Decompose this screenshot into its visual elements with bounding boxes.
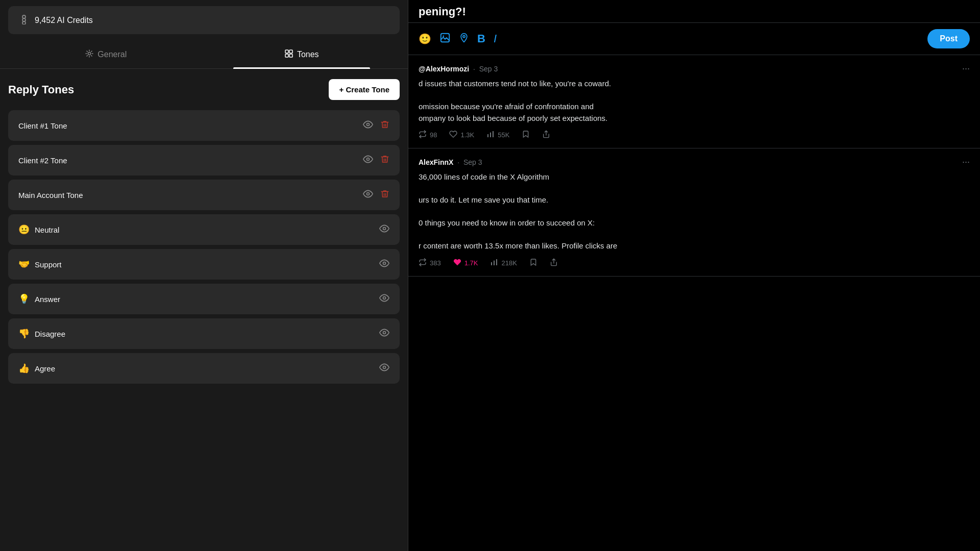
post-button[interactable]: Post <box>927 29 970 48</box>
share-stat-2[interactable] <box>550 258 558 268</box>
tone-emoji-neutral: 😐 <box>18 224 30 235</box>
views-stat-1[interactable]: 55K <box>486 130 509 140</box>
tone-label-client2: Client #2 Tone <box>18 156 67 165</box>
tweet-card-1: @AlexHormozi · Sep 3 ··· d issues that c… <box>408 55 980 148</box>
tone-emoji-support: 🤝 <box>18 259 30 270</box>
svg-rect-23 <box>491 262 492 265</box>
svg-point-10 <box>367 193 370 195</box>
tone-label-answer: Answer <box>35 295 60 304</box>
tone-emoji-answer: 💡 <box>18 293 30 305</box>
tone-item-main-account[interactable]: Main Account Tone <box>8 180 400 210</box>
tweet-stats-1: 98 1.3K 55K <box>419 130 970 140</box>
create-tone-button[interactable]: + Create Tone <box>329 79 400 100</box>
tab-general-label: General <box>97 50 127 59</box>
tone-item-support[interactable]: 🤝 Support <box>8 249 400 280</box>
retweet-stat-2[interactable]: 383 <box>419 258 441 268</box>
views-stat-2[interactable]: 218K <box>490 258 517 268</box>
bookmark-icon-2 <box>529 258 537 268</box>
emoji-icon[interactable]: 🙂 <box>419 33 431 45</box>
share-icon-1 <box>542 130 550 140</box>
composer-toolbar: 🙂 B I Post <box>408 23 980 55</box>
tweet-stats-2: 383 1.7K 218K <box>419 258 970 268</box>
left-panel: 9,452 AI Credits General Tones <box>0 0 408 551</box>
svg-point-1 <box>22 18 26 21</box>
svg-rect-21 <box>493 131 494 137</box>
bold-icon[interactable]: B <box>477 32 485 45</box>
right-panel: pening?! 🙂 B I Post @AlexHor <box>408 0 980 551</box>
tweet-more-icon-2[interactable]: ··· <box>962 157 970 167</box>
location-icon[interactable] <box>459 33 469 45</box>
svg-rect-25 <box>496 259 497 265</box>
view-tone-main-account-icon[interactable] <box>363 189 373 201</box>
tone-label-support: Support <box>35 260 62 269</box>
bookmark-stat-1[interactable] <box>522 130 530 140</box>
like-stat-2[interactable]: 1.7K <box>453 258 478 268</box>
view-tone-disagree-icon[interactable] <box>379 328 389 340</box>
tones-icon <box>285 49 293 59</box>
content-area: Reply Tones + Create Tone Client #1 Tone <box>0 69 408 551</box>
tweet-header-2: AlexFinnX · Sep 3 ··· <box>419 157 970 167</box>
svg-rect-20 <box>490 133 491 137</box>
svg-point-0 <box>22 15 26 18</box>
view-tone-support-icon[interactable] <box>379 258 389 270</box>
tab-general[interactable]: General <box>8 40 204 68</box>
bookmark-icon-1 <box>522 130 530 140</box>
media-icon[interactable] <box>439 32 451 46</box>
svg-point-2 <box>22 21 26 24</box>
svg-point-9 <box>367 158 370 161</box>
tone-label-disagree: Disagree <box>35 330 65 338</box>
retweet-stat-1[interactable]: 98 <box>419 130 437 140</box>
share-icon-2 <box>550 258 558 268</box>
tone-item-disagree[interactable]: 👎 Disagree <box>8 318 400 349</box>
tone-label-main-account: Main Account Tone <box>18 191 83 199</box>
retweet-icon-2 <box>419 258 427 268</box>
italic-icon[interactable]: I <box>494 32 497 45</box>
credits-amount: 9,452 AI Credits <box>35 16 93 25</box>
svg-point-15 <box>383 366 386 369</box>
svg-point-17 <box>443 35 444 37</box>
tweet-author-2: AlexFinnX · Sep 3 <box>419 158 482 166</box>
tweet-author-1: @AlexHormozi · Sep 3 <box>419 65 498 73</box>
svg-rect-6 <box>285 54 288 57</box>
delete-tone-main-account-icon[interactable] <box>380 189 389 201</box>
like-stat-1[interactable]: 1.3K <box>449 130 474 140</box>
tweet-feed: @AlexHormozi · Sep 3 ··· d issues that c… <box>408 55 980 551</box>
chart-icon-2 <box>490 258 498 268</box>
view-tone-agree-icon[interactable] <box>379 362 389 374</box>
svg-point-3 <box>88 53 91 55</box>
svg-point-14 <box>383 332 386 334</box>
tweet-body-1: d issues that customers tend not to like… <box>419 78 970 124</box>
tone-item-client1[interactable]: Client #1 Tone <box>8 110 400 141</box>
tweet-card-2: AlexFinnX · Sep 3 ··· 36,000 lines of co… <box>408 148 980 277</box>
tone-item-client2[interactable]: Client #2 Tone <box>8 145 400 176</box>
svg-point-18 <box>463 35 465 37</box>
delete-tone-client2-icon[interactable] <box>380 155 389 166</box>
view-tone-client1-icon[interactable] <box>363 119 373 132</box>
tweet-more-icon-1[interactable]: ··· <box>962 63 970 74</box>
tone-item-neutral[interactable]: 😐 Neutral <box>8 214 400 245</box>
svg-rect-4 <box>285 50 288 53</box>
tone-item-agree[interactable]: 👍 Agree <box>8 353 400 384</box>
view-tone-answer-icon[interactable] <box>379 293 389 305</box>
heart-icon-1 <box>449 130 457 140</box>
share-stat-1[interactable] <box>542 130 550 140</box>
tweet-body-2: 36,000 lines of code in the X Algorithm … <box>419 171 970 252</box>
credits-icon <box>18 13 30 27</box>
chart-icon-1 <box>486 130 495 140</box>
view-tone-neutral-icon[interactable] <box>379 223 389 236</box>
tone-item-answer[interactable]: 💡 Answer <box>8 284 400 314</box>
tone-emoji-agree: 👍 <box>18 363 30 374</box>
tweet-header-1: @AlexHormozi · Sep 3 ··· <box>419 63 970 74</box>
heart-icon-2 <box>453 258 461 268</box>
svg-rect-19 <box>487 134 488 137</box>
tone-list: Client #1 Tone Client #2 Tone <box>8 110 400 384</box>
svg-point-11 <box>383 228 386 230</box>
retweet-icon-1 <box>419 130 427 140</box>
tab-tones[interactable]: Tones <box>204 40 400 68</box>
bookmark-stat-2[interactable] <box>529 258 537 268</box>
reply-tones-header: Reply Tones + Create Tone <box>8 79 400 100</box>
top-partial-text: pening?! <box>408 0 980 23</box>
delete-tone-client1-icon[interactable] <box>380 120 389 131</box>
view-tone-client2-icon[interactable] <box>363 154 373 166</box>
svg-rect-24 <box>494 260 495 265</box>
